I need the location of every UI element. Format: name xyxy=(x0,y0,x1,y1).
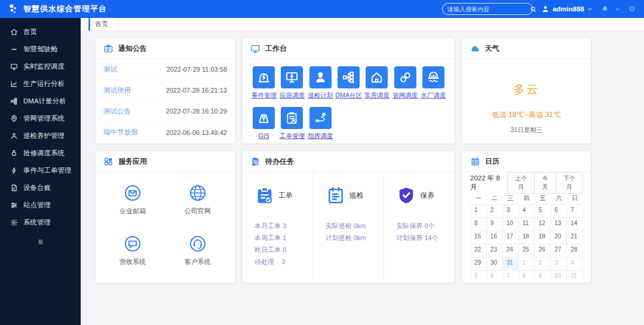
username[interactable]: admin888 xyxy=(553,5,584,13)
clipboard-user-icon[interactable] xyxy=(281,107,303,129)
calendar-day-cell[interactable]: 6 xyxy=(487,271,503,283)
calendar-day-cell[interactable]: 9 xyxy=(535,271,551,283)
notice-link[interactable]: 端午节放假 xyxy=(103,128,138,137)
sidebar-item-valve[interactable]: 抢修调度系统 xyxy=(0,145,81,162)
calendar-day-cell[interactable]: 31 xyxy=(503,257,519,271)
calendar-day-cell[interactable]: 3 xyxy=(551,257,567,271)
calendar-day-cell[interactable]: 28 xyxy=(567,244,583,257)
calendar-day-cell[interactable]: 15 xyxy=(471,231,487,244)
todo-section-inspect: 巡检 实际巡检 0km计划巡检 0km xyxy=(314,172,385,283)
service-app[interactable]: 客户系统 xyxy=(165,235,231,266)
calendar-day-cell[interactable]: 26 xyxy=(535,244,551,257)
calendar-nav-button[interactable]: 上个月 xyxy=(507,172,535,194)
gis-icon[interactable] xyxy=(253,107,275,129)
calendar-day-cell[interactable]: 5 xyxy=(535,205,551,218)
workbench-app-link[interactable]: 事件管理 xyxy=(252,91,277,100)
calendar-day-cell[interactable]: 10 xyxy=(551,271,567,283)
workbench-app-link[interactable]: 管网调度 xyxy=(392,91,418,100)
calendar-day-cell[interactable]: 7 xyxy=(567,205,583,218)
workbench-app-link[interactable]: 工单管理 xyxy=(280,132,305,140)
calendar-day-cell[interactable]: 25 xyxy=(519,244,535,257)
calendar-day-cell[interactable]: 19 xyxy=(535,231,551,244)
calendar-day-cell[interactable]: 2 xyxy=(535,257,551,271)
calendar-day-cell[interactable]: 13 xyxy=(551,218,567,231)
calendar-day-cell[interactable]: 20 xyxy=(551,231,567,244)
calendar-day-cell[interactable]: 6 xyxy=(551,205,567,218)
service-app[interactable]: 企业邮箱 xyxy=(100,184,165,216)
calendar-day-cell[interactable]: 18 xyxy=(519,231,535,244)
calendar-day-cell[interactable]: 10 xyxy=(503,218,519,231)
calendar-day-cell[interactable]: 1 xyxy=(519,257,535,271)
sidebar-item-sliders[interactable]: 站点管理 xyxy=(0,197,81,214)
plant-icon[interactable] xyxy=(422,66,444,88)
calendar-day-cell[interactable]: 23 xyxy=(487,244,503,257)
chain-icon[interactable] xyxy=(394,66,416,88)
route-icon[interactable] xyxy=(309,107,332,129)
sidebar-item-dma[interactable]: DMA计量分析 xyxy=(0,93,81,110)
workbench-app-link[interactable]: 水厂调度 xyxy=(421,91,446,100)
notice-link[interactable]: 测试使用 xyxy=(103,86,131,95)
search-icon[interactable] xyxy=(530,6,536,13)
calendar-day-cell[interactable]: 8 xyxy=(519,271,535,283)
calendar-day-cell[interactable]: 27 xyxy=(551,244,567,257)
calendar-day-cell[interactable]: 2 xyxy=(487,205,503,218)
calendar-day-cell[interactable]: 7 xyxy=(503,271,519,283)
sidebar-collapse-icon[interactable] xyxy=(0,238,81,246)
calendar-day-cell[interactable]: 3 xyxy=(503,205,519,218)
calendar-nav-button[interactable]: 下个月 xyxy=(556,172,583,194)
sidebar-item-monitor[interactable]: 实时监控调度 xyxy=(0,58,81,75)
calendar-nav-button[interactable]: 今天 xyxy=(534,172,556,194)
tab-home[interactable]: 首页 xyxy=(88,18,117,30)
calendar-day-cell[interactable]: 29 xyxy=(471,257,487,271)
calendar-day-cell[interactable]: 11 xyxy=(519,218,535,231)
sidebar-item-chart[interactable]: 生产运行分析 xyxy=(0,75,81,93)
calendar-day-cell[interactable]: 11 xyxy=(567,271,583,283)
alarm-icon[interactable] xyxy=(253,66,275,88)
workbench-app-link[interactable]: 指挥调度 xyxy=(308,132,333,140)
house-icon[interactable] xyxy=(366,66,388,88)
workbench-app-link[interactable]: DMA分区 xyxy=(335,91,361,100)
service-app[interactable]: 公司官网 xyxy=(165,184,231,216)
logout-power-icon[interactable] xyxy=(628,5,636,13)
sidebar-item-person[interactable]: 巡检养护管理 xyxy=(0,127,81,145)
search-input[interactable] xyxy=(447,6,526,13)
calendar-day-cell[interactable]: 5 xyxy=(471,271,487,283)
calendar-day-cell[interactable]: 17 xyxy=(503,231,519,244)
notifications-bell-icon[interactable] xyxy=(601,5,609,13)
search-box[interactable] xyxy=(442,3,533,15)
calendar-day-cell[interactable]: 8 xyxy=(471,218,487,231)
calendar-day-cell[interactable]: 30 xyxy=(487,257,503,271)
calendar-day-cell[interactable]: 4 xyxy=(519,205,535,218)
calendar-day-cell[interactable]: 22 xyxy=(471,244,487,257)
tree-icon[interactable] xyxy=(338,66,360,88)
inspect-icon xyxy=(326,185,346,206)
workbench-app-link[interactable]: 巡检计划 xyxy=(308,91,333,100)
calendar-day-cell[interactable]: 16 xyxy=(487,231,503,244)
calendar-day-cell[interactable]: 4 xyxy=(567,257,583,271)
workbench-app-link[interactable]: GIS xyxy=(259,132,269,139)
workbench-app-link[interactable]: 应急调度 xyxy=(280,91,305,100)
sidebar-item-gear[interactable]: 系统管理 xyxy=(0,214,81,231)
sidebar-item-home[interactable]: 首页 xyxy=(0,23,81,41)
calendar-day-cell[interactable]: 24 xyxy=(503,244,519,257)
calendar-day-cell[interactable]: 12 xyxy=(535,218,551,231)
sidebar-item-dash[interactable]: 智慧驾驶舱 xyxy=(0,41,81,58)
sidebar-item-bolt[interactable]: 事件与工单管理 xyxy=(0,162,81,179)
todo-stat: 计划巡检 0km xyxy=(326,232,372,244)
sidebar-item-file[interactable]: 设备台账 xyxy=(0,179,81,197)
worker-icon[interactable] xyxy=(309,66,332,88)
calendar-day-cell[interactable]: 9 xyxy=(487,218,503,231)
user-chevron-down-icon[interactable] xyxy=(587,7,593,12)
bell-chevron-down-icon[interactable] xyxy=(615,7,620,12)
workbench-app-link[interactable]: 泵房调度 xyxy=(364,91,390,100)
sidebar-item-pin[interactable]: 管网管理系统 xyxy=(0,110,81,127)
notice-link[interactable]: 测试公告 xyxy=(103,107,131,116)
notice-link[interactable]: 测试 xyxy=(103,65,117,74)
calendar-day-cell[interactable]: 1 xyxy=(471,205,487,218)
calendar-day-cell[interactable]: 14 xyxy=(567,218,583,231)
monitor-bolt-icon[interactable] xyxy=(281,66,303,88)
calendar-card: 日历 2022 年 8 月 上个月今天下个月 一二三四五六日 123456789… xyxy=(462,151,591,283)
calendar-day-cell[interactable]: 21 xyxy=(567,231,583,244)
service-app[interactable]: 营收系统 xyxy=(100,235,165,266)
globe-icon xyxy=(189,184,207,202)
